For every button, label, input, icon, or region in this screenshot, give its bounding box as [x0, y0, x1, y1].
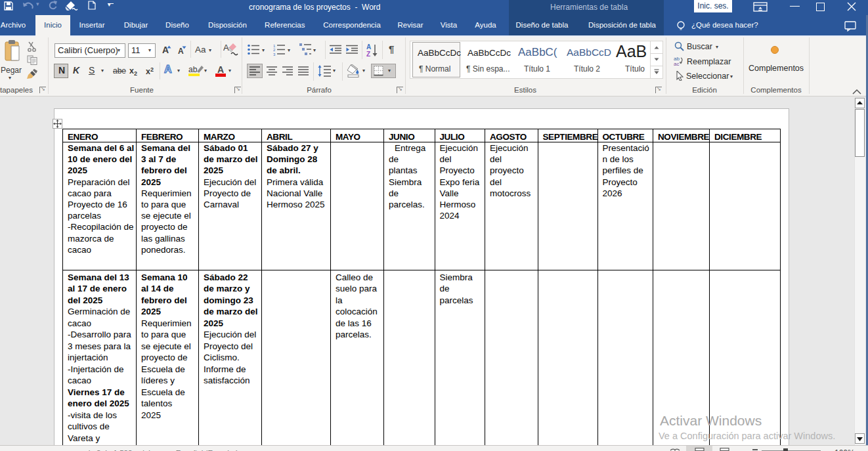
svg-text:A: A [366, 43, 371, 51]
svg-text:A: A [223, 43, 229, 53]
svg-text:2: 2 [273, 48, 276, 52]
svg-text:ac: ac [674, 61, 679, 66]
svg-text:Z: Z [366, 51, 370, 57]
svg-text:ab: ab [188, 65, 198, 74]
svg-text:3: 3 [273, 53, 276, 56]
svg-text:1: 1 [273, 44, 276, 48]
